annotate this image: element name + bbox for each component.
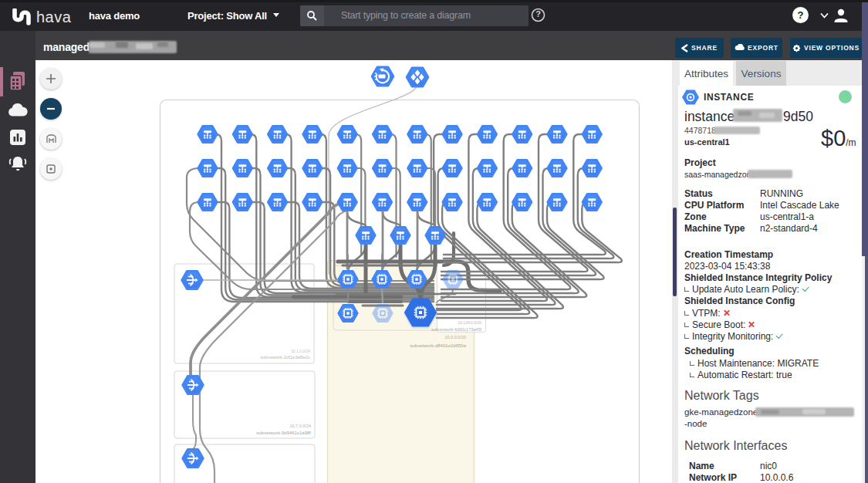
svg-text:subnetwork-2c61e3af9e2c: subnetwork-2c61e3af9e2c (260, 355, 310, 360)
svg-text:subnetwork-9d9461c1a98f: subnetwork-9d9461c1a98f (256, 431, 311, 435)
svg-text:subnetwork-6d00c173a45f: subnetwork-6d00c173a45f (431, 327, 481, 332)
svg-text:10.7.0.0/24: 10.7.0.0/24 (289, 424, 311, 428)
svg-text:subnetwork-d8401e2d650a: subnetwork-d8401e2d650a (410, 343, 466, 348)
svg-text:10.128.0.0/20: 10.128.0.0/20 (458, 320, 481, 325)
svg-text:10.1.0.0/24: 10.1.0.0/24 (291, 349, 310, 353)
svg-text:10.0.0.0/20: 10.0.0.0/20 (444, 335, 466, 339)
